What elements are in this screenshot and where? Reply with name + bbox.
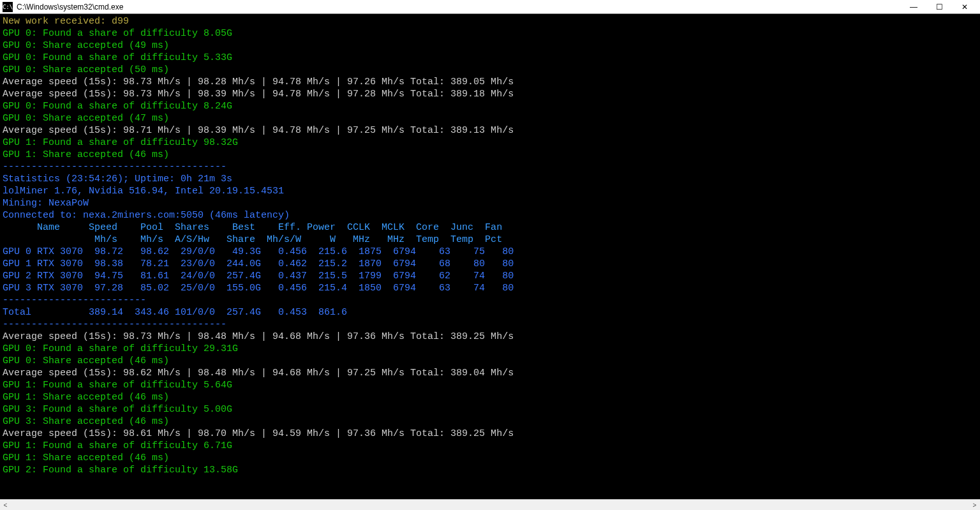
console-line: GPU 3: Found a share of difficulty 5.00G <box>3 403 977 416</box>
scroll-left-arrow-icon[interactable]: < <box>0 500 11 511</box>
console-line: GPU 0: Share accepted (49 ms) <box>3 40 977 52</box>
console-line: GPU 1: Found a share of difficulty 5.64G <box>3 379 977 391</box>
console-line: Average speed (15s): 98.73 Mh/s | 98.28 … <box>3 76 977 88</box>
console-line: GPU 0 RTX 3070 98.72 98.62 29/0/0 49.3G … <box>3 246 977 258</box>
console-line: GPU 0: Found a share of difficulty 8.24G <box>3 100 977 112</box>
cmd-icon: C:\ <box>3 2 13 12</box>
console-line: Average speed (15s): 98.61 Mh/s | 98.70 … <box>3 428 977 440</box>
scroll-right-arrow-icon[interactable]: > <box>969 500 980 511</box>
console-line: GPU 3 RTX 3070 97.28 85.02 25/0/0 155.0G… <box>3 282 977 294</box>
console-line: GPU 1 RTX 3070 98.38 78.21 23/0/0 244.0G… <box>3 258 977 270</box>
maximize-button[interactable]: ☐ <box>926 1 952 13</box>
scroll-track[interactable] <box>11 500 969 511</box>
console-line: Average speed (15s): 98.73 Mh/s | 98.48 … <box>3 331 977 343</box>
console-line: Average speed (15s): 98.73 Mh/s | 98.39 … <box>3 88 977 100</box>
console-line: lolMiner 1.76, Nvidia 516.94, Intel 20.1… <box>3 185 977 197</box>
console-line: Total 389.14 343.46 101/0/0 257.4G 0.453… <box>3 306 977 319</box>
console-line: Mining: NexaPoW <box>3 197 977 209</box>
horizontal-scrollbar[interactable]: < > <box>0 499 980 510</box>
console-line: GPU 0: Share accepted (47 ms) <box>3 112 977 124</box>
minimize-button[interactable]: — <box>901 1 926 13</box>
console-line: GPU 2 RTX 3070 94.75 81.61 24/0/0 257.4G… <box>3 270 977 282</box>
terminal-output[interactable]: New work received: d99GPU 0: Found a sha… <box>0 14 980 499</box>
close-button[interactable]: ✕ <box>952 1 977 13</box>
console-line: GPU 0: Share accepted (50 ms) <box>3 64 977 76</box>
console-line: GPU 0: Found a share of difficulty 8.05G <box>3 27 977 40</box>
window-titlebar: C:\ C:\Windows\system32\cmd.exe — ☐ ✕ <box>0 0 980 14</box>
console-line: GPU 0: Found a share of difficulty 5.33G <box>3 52 977 64</box>
console-line: --------------------------------------- <box>3 161 977 173</box>
console-line: GPU 1: Share accepted (46 ms) <box>3 149 977 161</box>
console-line: New work received: d99 <box>3 15 977 27</box>
window-title: C:\Windows\system32\cmd.exe <box>17 3 123 11</box>
console-line: Average speed (15s): 98.62 Mh/s | 98.48 … <box>3 367 977 379</box>
console-line: GPU 1: Share accepted (46 ms) <box>3 391 977 403</box>
console-line: GPU 1: Found a share of difficulty 98.32… <box>3 137 977 149</box>
console-line: GPU 1: Found a share of difficulty 6.71G <box>3 440 977 452</box>
console-line: ------------------------- <box>3 294 977 306</box>
console-line: GPU 0: Found a share of difficulty 29.31… <box>3 343 977 355</box>
console-line: GPU 3: Share accepted (46 ms) <box>3 416 977 428</box>
console-line: GPU 2: Found a share of difficulty 13.58… <box>3 464 977 476</box>
console-line: GPU 1: Share accepted (46 ms) <box>3 452 977 464</box>
console-line: --------------------------------------- <box>3 319 977 331</box>
console-line: Name Speed Pool Shares Best Eff. Power C… <box>3 221 977 234</box>
console-line: Average speed (15s): 98.71 Mh/s | 98.39 … <box>3 124 977 137</box>
console-line: Connected to: nexa.2miners.com:5050 (46m… <box>3 209 977 221</box>
console-line: Statistics (23:54:26); Uptime: 0h 21m 3s <box>3 173 977 185</box>
console-line: Mh/s Mh/s A/S/Hw Share Mh/s/W W MHz MHz … <box>3 234 977 246</box>
console-line: GPU 0: Share accepted (46 ms) <box>3 355 977 367</box>
